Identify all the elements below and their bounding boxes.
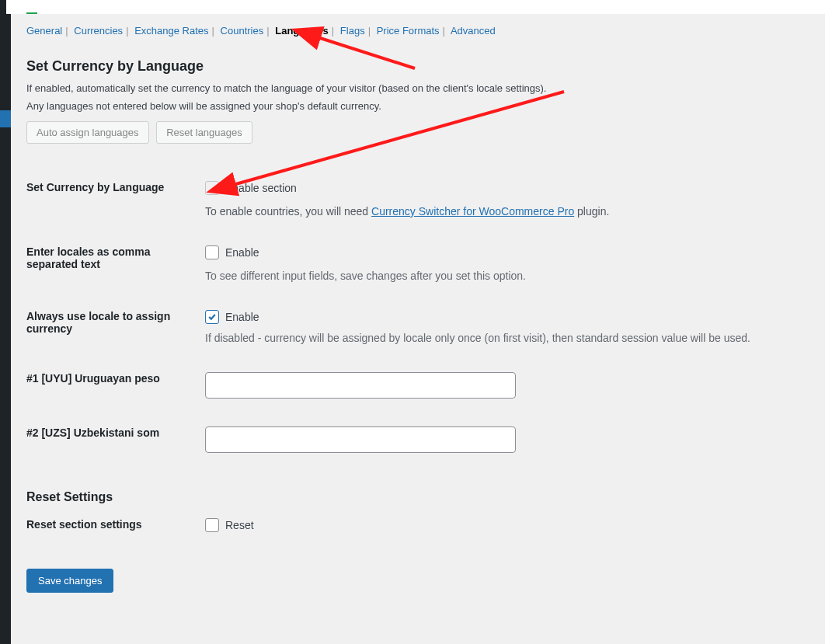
checkbox-icon xyxy=(205,245,219,259)
admin-sidebar-collapsed xyxy=(0,0,11,644)
checkbox-icon xyxy=(205,518,219,532)
auto-assign-languages-button[interactable]: Auto assign languages xyxy=(26,121,149,144)
section-desc-1: If enabled, automatically set the curren… xyxy=(26,82,809,94)
section-title: Set Currency by Language xyxy=(26,58,809,75)
subnav-flags[interactable]: Flags xyxy=(340,25,365,37)
field-label-enable-section: Set Currency by Language xyxy=(26,167,205,231)
subnav-general[interactable]: General xyxy=(26,25,62,37)
checkbox-checked-icon xyxy=(205,310,219,324)
reset-languages-button[interactable]: Reset languages xyxy=(156,121,252,144)
subnav-currencies[interactable]: Currencies xyxy=(74,25,123,37)
settings-panel: General| Currencies| Exchange Rates| Cou… xyxy=(11,14,825,644)
checkbox-label: Enable xyxy=(225,311,259,323)
reset-section-title: Reset Settings xyxy=(26,490,809,504)
currency-2-input[interactable] xyxy=(205,426,516,453)
field-label-always-locale: Always use locale to assign currency xyxy=(26,296,205,358)
settings-subnav: General| Currencies| Exchange Rates| Cou… xyxy=(26,14,809,44)
field-label-reset: Reset section settings xyxy=(26,504,205,548)
reset-checkbox[interactable]: Reset xyxy=(205,518,254,532)
always-locale-checkbox[interactable]: Enable xyxy=(205,310,259,324)
enter-locales-help: To see different input fields, save chan… xyxy=(205,270,802,282)
section-desc-2: Any languages not entered below will be … xyxy=(26,100,809,112)
field-label-enter-locales: Enter locales as comma separated text xyxy=(26,231,205,296)
subnav-price-formats[interactable]: Price Formats xyxy=(377,25,440,37)
always-locale-help: If disabled - currency will be assigned … xyxy=(205,332,802,344)
enable-section-checkbox[interactable]: Enable section xyxy=(205,181,297,195)
enter-locales-checkbox[interactable]: Enable xyxy=(205,245,259,259)
field-label-currency-2: #2 [UZS] Uzbekistani som xyxy=(26,413,205,467)
save-changes-button[interactable]: Save changes xyxy=(26,569,113,593)
enable-section-help: To enable countries, you will need Curre… xyxy=(205,205,802,218)
subnav-countries[interactable]: Countries xyxy=(221,25,264,37)
currency-1-input[interactable] xyxy=(205,372,516,399)
top-bar xyxy=(0,0,825,14)
pro-plugin-link[interactable]: Currency Switcher for WooCommerce Pro xyxy=(371,205,574,218)
subnav-exchange-rates[interactable]: Exchange Rates xyxy=(134,25,208,37)
checkbox-label: Reset xyxy=(225,519,254,531)
checkbox-label: Enable xyxy=(225,246,259,259)
checkbox-icon xyxy=(205,181,219,195)
checkbox-label: Enable section xyxy=(225,182,297,194)
sidebar-collapse-handle[interactable] xyxy=(0,110,11,127)
subnav-advanced[interactable]: Advanced xyxy=(451,25,496,37)
subnav-languages[interactable]: Languages xyxy=(275,25,329,37)
field-label-currency-1: #1 [UYU] Uruguayan peso xyxy=(26,358,205,413)
